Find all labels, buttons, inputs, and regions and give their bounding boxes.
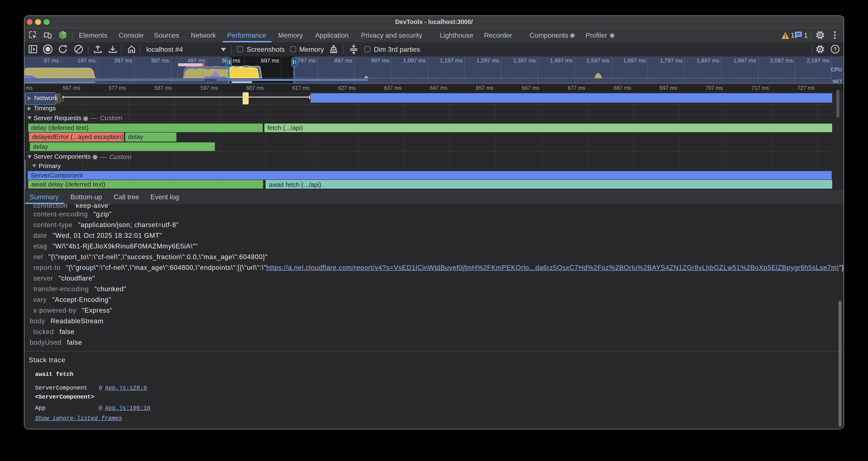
svg-text:?: ? (833, 46, 837, 53)
